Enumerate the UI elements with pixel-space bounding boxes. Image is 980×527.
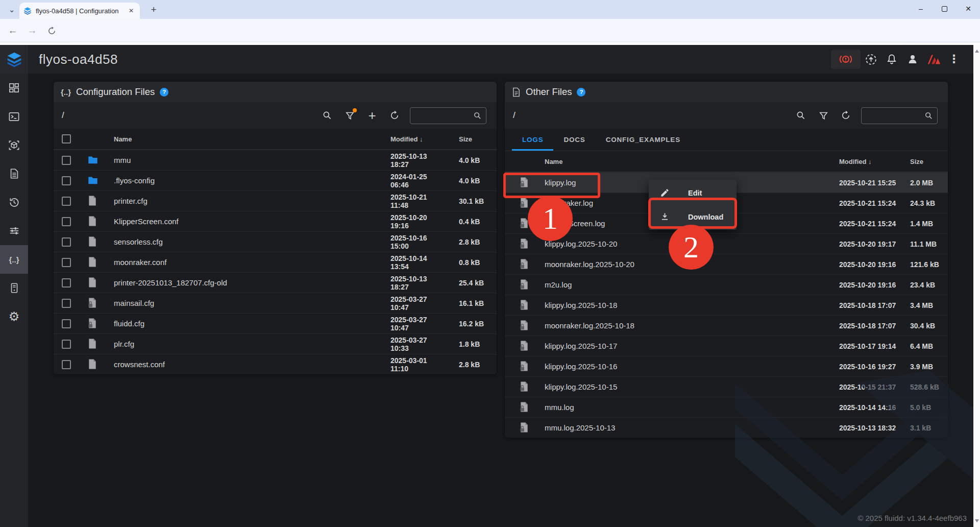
window-maximize-button[interactable] (933, 0, 956, 17)
table-row[interactable]: sensorless.cfg 2025-10-16 15:00 2.8 kB (54, 231, 497, 252)
file-type-icon (519, 422, 530, 434)
row-checkbox[interactable] (62, 258, 71, 267)
tab-close-icon[interactable]: ✕ (127, 7, 136, 14)
user-button[interactable] (904, 52, 921, 67)
table-row[interactable]: .flyos-config 2024-01-25 06:46 4.0 kB (54, 170, 497, 190)
sidebar-item-jobs[interactable] (0, 159, 28, 188)
column-modified[interactable]: Modified ↓ (839, 158, 898, 165)
table-row[interactable]: moonraker.log.2025-10-20 2025-10-20 19:1… (505, 254, 948, 274)
notifications-button[interactable] (883, 52, 900, 67)
sidebar-item-gcode-preview[interactable] (0, 131, 28, 159)
file-size: 23.4 kB (898, 281, 941, 289)
reload-button[interactable] (45, 24, 58, 37)
bell-icon (886, 53, 898, 65)
row-checkbox[interactable] (62, 299, 71, 308)
filter-button[interactable] (817, 109, 829, 122)
file-modified: 2025-10-21 15:24 (839, 199, 898, 207)
column-name[interactable]: Name (114, 135, 390, 143)
brand-logo[interactable] (925, 52, 942, 67)
file-search-input[interactable] (410, 107, 486, 124)
pencil-icon (660, 188, 670, 198)
sidebar-item-settings[interactable]: ⚙ (0, 302, 28, 331)
tune-icon (9, 225, 20, 236)
new-tab-button[interactable]: + (147, 3, 160, 16)
select-all-checkbox[interactable] (62, 134, 71, 143)
file-type-icon (87, 358, 99, 371)
file-modified: 2025-10-13 18:27 (390, 275, 447, 291)
fluidd-watermark (704, 352, 980, 527)
file-type-icon (87, 256, 99, 269)
table-row[interactable]: klippy.log.2025-10-18 2025-10-18 17:07 3… (505, 295, 948, 315)
table-row[interactable]: klippy.log.2025-10-20 2025-10-20 19:17 1… (505, 233, 948, 254)
search-button[interactable] (321, 109, 333, 122)
file-name: moonraker.conf (114, 258, 390, 267)
table-row[interactable]: fluidd.cfg 2025-03-27 10:47 16.2 kB (54, 313, 497, 333)
emergency-stop-button[interactable] (831, 50, 861, 69)
tab-docs[interactable]: DOCS (553, 128, 595, 151)
search-icon (924, 111, 933, 120)
search-button[interactable] (795, 109, 807, 122)
back-button[interactable]: ← (6, 24, 19, 37)
refresh-button[interactable] (388, 109, 401, 122)
table-row[interactable]: moonraker.conf 2025-10-14 13:54 0.8 kB (54, 252, 497, 272)
browser-tab[interactable]: flyos-0a4d58 | Configuration ✕ (19, 3, 140, 19)
breadcrumb[interactable]: / (62, 110, 64, 121)
sidebar-item-history[interactable] (0, 188, 28, 217)
other-files-tabs: LOGS DOCS CONFIG_EXAMPLES (505, 129, 948, 151)
file-modified: 2025-10-13 18:27 (390, 152, 447, 169)
table-row[interactable]: printer.cfg 2025-10-21 11:48 30.1 kB (54, 190, 497, 211)
file-type-icon (87, 297, 99, 309)
filter-icon (819, 111, 828, 121)
file-search-input[interactable] (861, 107, 938, 124)
table-row[interactable]: plr.cfg 2025-03-27 10:33 1.8 kB (54, 333, 497, 354)
refresh-button[interactable] (840, 109, 852, 122)
column-name[interactable]: Name (545, 158, 839, 165)
help-icon[interactable]: ? (577, 88, 585, 97)
row-checkbox[interactable] (62, 319, 71, 328)
app-menu-button[interactable]: ⋮ (945, 52, 963, 67)
filter-button[interactable] (344, 109, 356, 122)
row-checkbox[interactable] (62, 360, 71, 369)
add-file-button[interactable]: + (366, 109, 378, 122)
sidebar-item-configuration[interactable]: {..} (0, 245, 28, 274)
tab-search-button[interactable]: ⌄ (5, 3, 18, 16)
table-row[interactable]: KlipperScreen.conf 2025-10-20 19:16 0.4 … (54, 211, 497, 231)
page-scrollbar[interactable] (973, 45, 980, 527)
row-checkbox[interactable] (62, 156, 71, 165)
scroll-down-arrow[interactable] (975, 519, 979, 522)
column-size[interactable]: Size (447, 135, 489, 143)
tab-config-examples[interactable]: CONFIG_EXAMPLES (596, 128, 691, 151)
row-checkbox[interactable] (62, 278, 71, 288)
forward-button[interactable]: → (26, 24, 39, 37)
sidebar-item-tune[interactable] (0, 217, 28, 245)
table-row[interactable]: m2u.log 2025-10-20 19:16 23.4 kB (505, 274, 948, 295)
scroll-up-arrow[interactable] (975, 50, 979, 53)
table-row[interactable]: mmu 2025-10-13 18:27 4.0 kB (54, 150, 497, 170)
window-minimize-button[interactable]: – (909, 0, 933, 17)
table-row[interactable]: crowsnest.conf 2025-03-01 11:10 2.8 kB (54, 354, 497, 374)
column-modified[interactable]: Modified ↓ (390, 135, 447, 143)
breadcrumb[interactable]: / (513, 110, 516, 121)
file-type-icon (519, 238, 530, 250)
row-checkbox[interactable] (62, 197, 71, 206)
configuration-files-table: mmu 2025-10-13 18:27 4.0 kB .flyos-confi… (54, 150, 497, 374)
sidebar-item-dashboard[interactable] (0, 74, 28, 102)
table-row[interactable]: moonraker.log.2025-10-18 2025-10-18 17:0… (505, 315, 948, 336)
window-close-button[interactable]: ✕ (957, 0, 980, 17)
file-type-icon (519, 299, 530, 312)
braces-icon: {..} (61, 88, 71, 97)
sidebar-item-system[interactable] (0, 274, 28, 302)
row-checkbox[interactable] (62, 217, 71, 226)
upload-locate-button[interactable] (862, 52, 879, 67)
sort-down-icon: ↓ (420, 135, 423, 143)
column-size[interactable]: Size (898, 158, 941, 165)
row-checkbox[interactable] (62, 340, 71, 349)
row-checkbox[interactable] (62, 237, 71, 247)
tab-logs[interactable]: LOGS (512, 128, 553, 151)
table-row[interactable]: mainsail.cfg 2025-03-27 10:47 16.1 kB (54, 293, 497, 313)
table-row[interactable]: printer-20251013_182707.cfg-old 2025-10-… (54, 272, 497, 293)
row-checkbox[interactable] (62, 176, 71, 185)
sidebar-item-console[interactable] (0, 102, 28, 131)
app-logo[interactable] (0, 45, 28, 74)
help-icon[interactable]: ? (160, 88, 168, 97)
